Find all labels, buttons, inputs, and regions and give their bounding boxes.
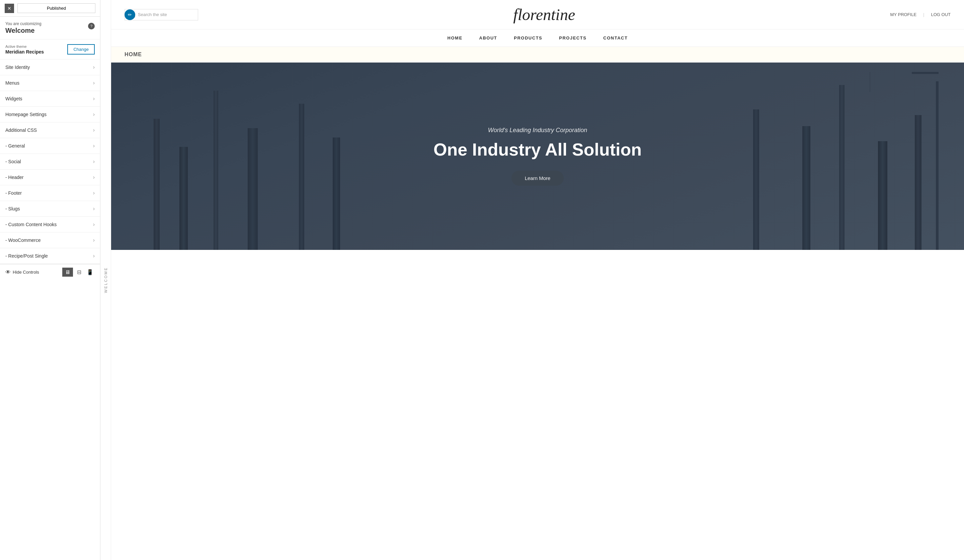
edit-pencil-button[interactable]: ✏ [125,10,135,20]
nav-item-contact[interactable]: CONTACT [603,36,628,41]
menu-items-list: Site Identity › Menus › Widgets › Homepa… [0,60,100,264]
menu-item-label-recipe-post-single: - Recipe/Post Single [5,253,48,258]
nav-item-projects[interactable]: PROJECTS [559,36,586,41]
you-are-customizing-label: You are customizing [5,21,41,26]
chevron-right-icon-footer: › [93,190,95,196]
menu-item-header[interactable]: - Header › [0,170,100,185]
my-profile-link[interactable]: MY PROFILE [891,12,917,17]
active-theme-name: Meridian Recipes [5,49,44,55]
change-theme-button[interactable]: Change [67,44,95,55]
welcome-title: Welcome [5,27,41,34]
menu-item-label-additional-css: Additional CSS [5,127,37,133]
menu-item-label-slugs: - Slugs [5,206,20,211]
nav-item-products[interactable]: PRODUCTS [514,36,542,41]
chevron-right-icon-header: › [93,174,95,180]
chevron-right-icon-custom-content-hooks: › [93,221,95,227]
menu-item-custom-content-hooks[interactable]: - Custom Content Hooks › [0,217,100,232]
menu-item-label-homepage-settings: Homepage Settings [5,112,47,117]
search-box[interactable]: 🔍 Search the site [125,9,198,20]
help-icon[interactable]: ? [88,23,95,29]
menu-item-label-social: - Social [5,159,21,164]
menu-item-recipe-post-single[interactable]: - Recipe/Post Single › [0,248,100,264]
menu-item-label-general: - General [5,143,25,149]
hero-section: World's Leading Industry Corporation One… [111,63,964,250]
bottom-controls: 👁 Hide Controls 🖥 ⊟ 📱 [0,264,100,280]
mobile-view-button[interactable]: 📱 [85,268,95,277]
menu-item-additional-css[interactable]: Additional CSS › [0,122,100,138]
hero-learn-more-button[interactable]: Learn More [511,170,564,186]
hero-subtitle: World's Leading Industry Corporation [433,127,642,134]
chevron-right-icon-menus: › [93,80,95,86]
tablet-view-button[interactable]: ⊟ [76,268,83,277]
chevron-right-icon-widgets: › [93,96,95,102]
hide-controls-label: Hide Controls [13,269,39,274]
site-header: ✏ 🔍 Search the site florentine MY PROFIL… [111,0,964,29]
menu-item-label-header: - Header [5,175,23,180]
menu-item-label-site-identity: Site Identity [5,65,30,70]
chevron-right-icon-site-identity: › [93,64,95,70]
chevron-right-icon-woocommerce: › [93,237,95,243]
eye-icon: 👁 [5,269,11,275]
menu-item-woocommerce[interactable]: - WooCommerce › [0,232,100,248]
menu-item-label-footer: - Footer [5,190,22,196]
published-button[interactable]: Published [18,3,95,13]
search-placeholder-text: Search the site [138,12,167,17]
view-icons: 🖥 ⊟ 📱 [62,268,95,277]
menu-item-footer[interactable]: - Footer › [0,185,100,201]
logout-link[interactable]: LOG OUT [931,12,951,17]
chevron-right-icon-slugs: › [93,206,95,212]
breadcrumb-bar: HOME [111,47,964,63]
hide-controls-button[interactable]: 👁 Hide Controls [5,269,39,275]
menu-item-label-widgets: Widgets [5,96,23,101]
nav-item-about[interactable]: ABOUT [479,36,497,41]
chevron-right-icon-homepage-settings: › [93,111,95,117]
menu-item-homepage-settings[interactable]: Homepage Settings › [0,107,100,122]
you-are-customizing-section: You are customizing Welcome ? [0,17,100,39]
menu-item-widgets[interactable]: Widgets › [0,91,100,107]
desktop-view-button[interactable]: 🖥 [62,268,73,277]
menu-item-site-identity[interactable]: Site Identity › [0,60,100,75]
nav-item-home[interactable]: HOME [448,36,462,41]
breadcrumb-text: HOME [125,52,142,57]
menu-item-slugs[interactable]: - Slugs › [0,201,100,217]
header-links: MY PROFILE | LOG OUT [891,12,951,17]
menu-item-label-custom-content-hooks: - Custom Content Hooks [5,222,57,227]
active-theme-label: Active theme [5,44,44,49]
header-separator: | [923,12,924,17]
welcome-vertical-label: WELCOME [100,0,111,560]
menu-item-label-menus: Menus [5,80,20,86]
desktop-icon: 🖥 [65,269,70,275]
active-theme-section: Active theme Meridian Recipes Change [0,39,100,60]
chevron-right-icon-recipe-post-single: › [93,253,95,259]
site-logo: florentine [198,5,891,24]
mobile-icon: 📱 [87,269,93,275]
hero-content: World's Leading Industry Corporation One… [420,127,655,186]
chevron-right-icon-additional-css: › [93,127,95,133]
close-button[interactable]: ✕ [5,4,14,13]
welcome-text: WELCOME [104,267,108,293]
site-content: ✏ 🔍 Search the site florentine MY PROFIL… [111,0,964,560]
chevron-right-icon-social: › [93,159,95,165]
site-nav: HOMEABOUTPRODUCTSPROJECTSCONTACT [111,29,964,47]
menu-item-social[interactable]: - Social › [0,154,100,170]
customizer-panel: ✕ Published You are customizing Welcome … [0,0,100,560]
menu-item-menus[interactable]: Menus › [0,75,100,91]
menu-item-general[interactable]: - General › [0,138,100,154]
preview-area: WELCOME ✏ 🔍 Search the site florentine M… [100,0,964,560]
hero-title: One Industry All Solution [433,139,642,160]
menu-item-label-woocommerce: - WooCommerce [5,237,41,243]
tablet-icon: ⊟ [77,269,81,275]
chevron-right-icon-general: › [93,143,95,149]
panel-header: ✕ Published [0,0,100,17]
